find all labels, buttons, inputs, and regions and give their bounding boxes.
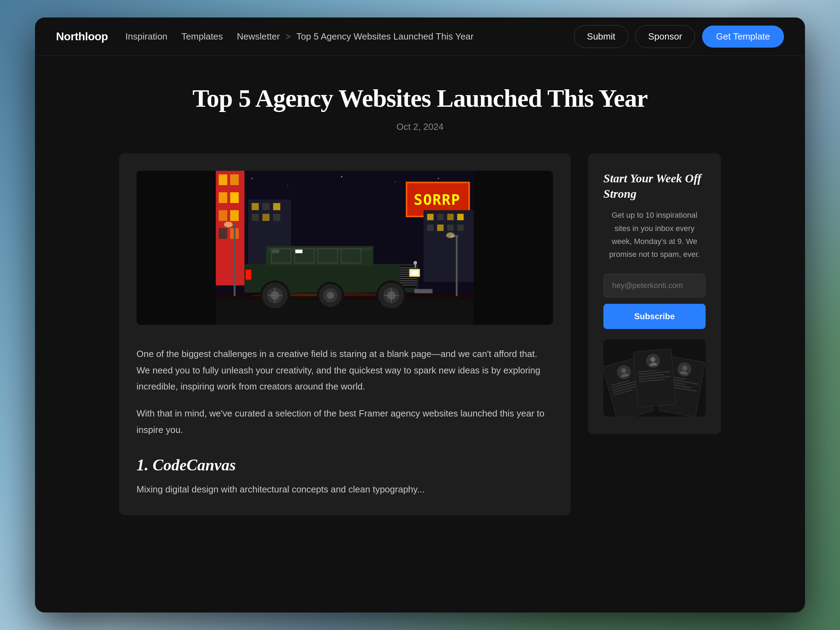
nav-right: Submit Sponsor Get Template [574, 25, 784, 48]
svg-rect-11 [230, 192, 239, 203]
breadcrumb: Newsletter > Top 5 Agency Websites Launc… [237, 31, 474, 42]
svg-rect-62 [415, 289, 433, 293]
svg-point-78 [327, 292, 334, 299]
pixel-art-svg: SORRP [136, 171, 553, 325]
promo-card-3-avatar [676, 361, 692, 377]
svg-rect-83 [234, 224, 235, 296]
breadcrumb-current-page: Top 5 Agency Websites Launched This Year [297, 31, 474, 42]
newsletter-description: Get up to 10 inspirational sites in you … [603, 208, 706, 261]
svg-point-61 [412, 270, 417, 275]
promo-cards [603, 339, 706, 417]
promo-image [603, 339, 706, 417]
svg-rect-22 [273, 214, 280, 221]
content-layout: SORRP [119, 153, 721, 515]
hero-image: SORRP [136, 171, 553, 325]
svg-rect-26 [423, 210, 474, 282]
article-text: One of the biggest challenges in a creat… [136, 346, 553, 438]
svg-rect-56 [400, 280, 417, 281]
nav-links: Inspiration Templates Newsletter > Top 5… [125, 31, 474, 42]
svg-rect-21 [262, 214, 270, 221]
svg-rect-30 [457, 214, 463, 220]
svg-rect-18 [262, 203, 270, 210]
svg-rect-44 [318, 249, 337, 263]
article-date: Oct 2, 2024 [119, 122, 721, 132]
svg-point-88 [446, 232, 455, 238]
svg-rect-20 [252, 214, 259, 221]
navbar: Northloop Inspiration Templates Newslett… [35, 17, 805, 56]
svg-rect-2 [287, 185, 288, 186]
subscribe-button[interactable]: Subscribe [603, 304, 706, 329]
svg-rect-68 [384, 295, 399, 296]
breadcrumb-separator: > [286, 31, 291, 42]
svg-rect-55 [400, 278, 417, 279]
svg-rect-4 [395, 181, 395, 182]
nav-link-inspiration[interactable]: Inspiration [125, 31, 167, 42]
svg-rect-46 [272, 249, 279, 253]
get-template-button[interactable]: Get Template [702, 25, 784, 47]
svg-rect-27 [427, 214, 433, 220]
svg-rect-5 [438, 178, 439, 179]
section-1-title: 1. CodeCanvas [136, 456, 553, 474]
svg-rect-3 [341, 176, 342, 177]
svg-rect-14 [219, 228, 227, 239]
newsletter-title: Start Your Week Off Strong [603, 171, 706, 202]
article-para-2: With that in mind, we've curated a selec… [136, 405, 553, 438]
svg-point-94 [679, 370, 688, 375]
svg-rect-32 [437, 224, 444, 231]
section-1-body: Mixing digital design with architectural… [136, 481, 553, 498]
promo-card-2 [633, 348, 676, 407]
svg-rect-74 [267, 295, 283, 296]
svg-point-85 [224, 221, 233, 227]
svg-rect-19 [273, 203, 280, 210]
promo-card-1-avatar [615, 363, 632, 381]
svg-rect-37 [216, 296, 474, 325]
svg-rect-86 [456, 235, 458, 296]
svg-rect-34 [457, 224, 463, 231]
sidebar: Start Your Week Off Strong Get up to 10 … [588, 153, 721, 434]
promo-card-2-avatar [646, 353, 660, 368]
svg-point-91 [650, 357, 655, 362]
svg-rect-28 [437, 214, 444, 220]
svg-rect-8 [219, 174, 227, 185]
svg-rect-57 [400, 283, 417, 283]
svg-rect-10 [219, 192, 227, 203]
main-content: Top 5 Agency Websites Launched This Year… [35, 56, 805, 613]
article-para-1: One of the biggest challenges in a creat… [136, 346, 553, 395]
article-title: Top 5 Agency Websites Launched This Year [119, 84, 721, 113]
svg-point-89 [621, 368, 627, 373]
nav-left: Northloop Inspiration Templates Newslett… [56, 30, 474, 43]
article-header: Top 5 Agency Websites Launched This Year… [119, 84, 721, 132]
email-input[interactable] [603, 274, 706, 297]
svg-rect-58 [400, 284, 417, 285]
svg-text:SORRP: SORRP [414, 191, 460, 208]
svg-rect-13 [230, 210, 239, 221]
svg-point-90 [621, 373, 629, 378]
svg-rect-17 [252, 203, 259, 210]
sponsor-button[interactable]: Sponsor [635, 25, 695, 48]
svg-point-93 [682, 365, 687, 371]
svg-rect-29 [447, 214, 453, 220]
site-logo[interactable]: Northloop [56, 30, 108, 43]
svg-rect-1 [252, 178, 253, 179]
svg-rect-47 [295, 249, 302, 253]
svg-rect-80 [246, 270, 251, 279]
svg-rect-50 [400, 267, 417, 268]
svg-point-92 [649, 362, 657, 366]
svg-rect-31 [427, 224, 433, 231]
browser-window: Northloop Inspiration Templates Newslett… [35, 17, 805, 613]
svg-point-82 [413, 261, 417, 265]
promo-line [638, 369, 657, 373]
svg-rect-9 [230, 174, 239, 185]
svg-rect-45 [341, 249, 361, 263]
article-body: SORRP [119, 153, 570, 515]
nav-link-newsletter[interactable]: Newsletter [237, 31, 280, 42]
submit-button[interactable]: Submit [574, 25, 628, 48]
promo-card-2-lines [638, 369, 671, 382]
newsletter-card: Start Your Week Off Strong Get up to 10 … [588, 153, 721, 434]
nav-link-templates[interactable]: Templates [181, 31, 223, 42]
svg-rect-12 [219, 210, 227, 221]
svg-rect-33 [447, 224, 453, 231]
svg-rect-38 [216, 293, 474, 300]
